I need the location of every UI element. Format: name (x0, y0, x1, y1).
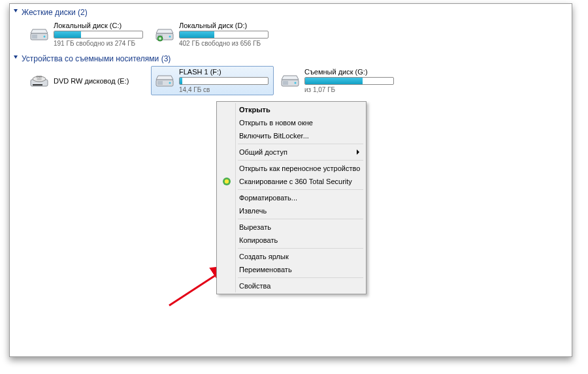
group-title: Жесткие диски (22, 8, 76, 17)
ctx-open-new-window[interactable]: Открыть в новом окне (218, 116, 365, 129)
svg-rect-13 (157, 81, 163, 85)
svg-point-2 (44, 35, 46, 37)
explorer-window: Жесткие диски (2) Локальный диск (C:) 19… (9, 3, 572, 357)
drive-f[interactable]: FLASH 1 (F:) 14,4 ГБ св (151, 66, 274, 95)
capacity-bar (54, 31, 143, 39)
360-security-icon (221, 176, 232, 187)
expand-arrow-icon (14, 55, 18, 59)
svg-text:DVD: DVD (37, 75, 42, 78)
svg-point-14 (169, 82, 171, 84)
expand-arrow-icon (14, 9, 18, 12)
separator (238, 277, 363, 278)
ctx-create-shortcut[interactable]: Создать ярлык (218, 250, 365, 263)
svg-point-5 (169, 35, 171, 37)
drive-sub: 402 ГБ свободно из 656 ГБ (179, 40, 270, 47)
svg-point-17 (295, 82, 297, 84)
dvd-drive-icon: DVD (29, 70, 50, 91)
drive-g[interactable]: Съемный диск (G:) из 1,07 ГБ (276, 66, 399, 95)
capacity-bar (304, 77, 394, 85)
group-count: (3) (161, 54, 171, 63)
ctx-open[interactable]: Открыть (218, 103, 365, 116)
svg-rect-1 (32, 35, 37, 39)
ctx-bitlocker[interactable]: Включить BitLocker... (218, 129, 365, 142)
hdd-icon (29, 24, 50, 45)
drives-row-removable: DVD DVD RW дисковод (E:) FLASH 1 (F:) 14… (14, 65, 568, 99)
group-header-removable[interactable]: Устройства со съемными носителями (3) (14, 53, 568, 65)
drives-row-hdd: Локальный диск (C:) 191 ГБ свободно из 2… (14, 18, 568, 53)
ctx-properties[interactable]: Свойства (218, 279, 365, 292)
ctx-share[interactable]: Общий доступ (218, 146, 365, 159)
submenu-arrow-icon (357, 149, 359, 155)
ctx-cut[interactable]: Вырезать (218, 221, 365, 234)
ctx-copy[interactable]: Копировать (218, 234, 365, 247)
drive-label: Локальный диск (D:) (179, 22, 270, 29)
drive-d[interactable]: Локальный диск (D:) 402 ГБ свободно из 6… (151, 20, 274, 49)
ctx-format[interactable]: Форматировать... (218, 191, 365, 204)
group-title: Устройства со съемными носителями (22, 54, 159, 63)
drive-sub: 191 ГБ свободно из 274 ГБ (54, 40, 145, 47)
separator (238, 189, 363, 190)
group-header-hdd[interactable]: Жесткие диски (2) (14, 7, 568, 18)
capacity-bar (179, 77, 269, 85)
separator (238, 160, 363, 161)
removable-drive-icon (154, 70, 175, 91)
drive-label: Локальный диск (C:) (54, 22, 145, 29)
ctx-portable-device[interactable]: Открыть как переносное устройство (218, 162, 365, 175)
drive-label: DVD RW дисковод (E:) (54, 77, 145, 85)
removable-drive-icon (280, 70, 301, 91)
hdd-icon (154, 24, 175, 45)
ctx-scan-360[interactable]: Сканирование с 360 Total Security (218, 175, 365, 188)
separator (238, 144, 363, 144)
ctx-rename[interactable]: Переименовать (218, 263, 365, 276)
group-count: (2) (78, 8, 88, 17)
ctx-eject[interactable]: Извлечь (218, 204, 365, 217)
drive-c[interactable]: Локальный диск (C:) 191 ГБ свободно из 2… (25, 20, 148, 49)
context-menu: Открыть Открыть в новом окне Включить Bi… (216, 101, 367, 294)
separator (238, 219, 363, 219)
svg-rect-10 (33, 84, 42, 86)
drive-label: FLASH 1 (F:) (179, 68, 270, 76)
drive-sub: 14,4 ГБ св (179, 86, 270, 93)
drive-sub: из 1,07 ГБ (304, 86, 396, 93)
separator (238, 248, 363, 249)
drive-label: Съемный диск (G:) (304, 68, 396, 76)
svg-rect-16 (283, 81, 288, 85)
capacity-bar (179, 31, 269, 39)
svg-point-19 (225, 179, 229, 183)
drive-e[interactable]: DVD DVD RW дисковод (E:) (25, 66, 148, 95)
